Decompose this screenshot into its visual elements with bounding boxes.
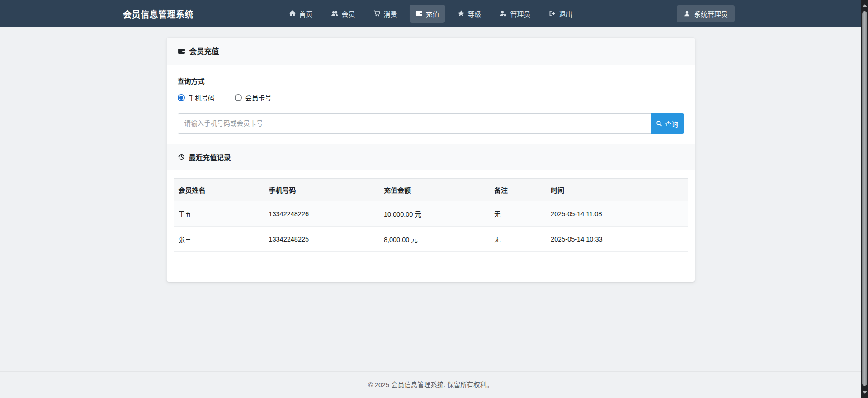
cell-phone: 13342248226 — [264, 201, 379, 227]
records-table: 会员姓名 手机号码 充值金额 备注 时间 王五 13342248226 10,0… — [174, 178, 688, 252]
records-table-section: 会员姓名 手机号码 充值金额 备注 时间 王五 13342248226 10,0… — [167, 170, 695, 267]
page-footer: © 2025 会员信息管理系统. 保留所有权利。 — [0, 371, 861, 398]
col-member-name: 会员姓名 — [174, 179, 264, 201]
query-method-options: 手机号码 会员卡号 — [178, 93, 684, 102]
cart-icon — [373, 10, 380, 17]
nav-item-label: 会员 — [341, 9, 355, 19]
records-header-label: 最近充值记录 — [189, 152, 231, 162]
col-remark: 备注 — [490, 179, 546, 201]
search-icon — [656, 120, 662, 127]
recharge-card: 会员充值 查询方式 手机号码 会员卡号 — [166, 37, 695, 282]
radio-phone-label: 手机号码 — [189, 93, 215, 102]
nav-item-logout[interactable]: 退出 — [543, 5, 579, 23]
cell-time: 2025-05-14 10:33 — [546, 227, 687, 252]
browser-scrollbar[interactable] — [861, 0, 868, 398]
main-content: 会员充值 查询方式 手机号码 会员卡号 — [166, 37, 695, 282]
radio-option-card[interactable]: 会员卡号 — [235, 93, 272, 102]
nav-item-label: 消费 — [383, 9, 397, 19]
cell-amount: 10,000.00 元 — [379, 201, 490, 227]
table-row: 王五 13342248226 10,000.00 元 无 2025-05-14 … — [174, 201, 688, 227]
cell-member-name: 王五 — [174, 201, 264, 227]
page-viewport: 会员信息管理系统 首页 会员 消费 — [0, 0, 861, 398]
card-title: 会员充值 — [189, 46, 219, 57]
cell-amount: 8,000.00 元 — [379, 227, 490, 252]
wallet-icon — [178, 47, 185, 55]
radio-card[interactable] — [235, 94, 242, 101]
nav-item-members[interactable]: 会员 — [325, 5, 361, 23]
col-time: 时间 — [546, 179, 687, 201]
nav-item-admins[interactable]: 管理员 — [494, 5, 537, 23]
col-amount: 充值金额 — [379, 179, 490, 201]
nav-item-label: 退出 — [559, 9, 573, 19]
card-footer — [167, 267, 695, 282]
cell-member-name: 张三 — [174, 227, 264, 252]
users-icon — [330, 10, 338, 17]
radio-option-phone[interactable]: 手机号码 — [178, 93, 215, 102]
wallet-icon — [415, 10, 422, 17]
scrollbar-thumb[interactable] — [862, 11, 867, 386]
home-icon — [288, 10, 296, 17]
search-button[interactable]: 查询 — [651, 113, 684, 134]
search-input-group: 查询 — [178, 113, 684, 134]
table-header-row: 会员姓名 手机号码 充值金额 备注 时间 — [174, 179, 688, 201]
app-title: 会员信息管理系统 — [123, 8, 193, 20]
copyright-text: © 2025 会员信息管理系统. 保留所有权利。 — [368, 381, 493, 389]
cell-remark: 无 — [490, 227, 546, 252]
table-row: 张三 13342248225 8,000.00 元 无 2025-05-14 1… — [174, 227, 688, 252]
history-icon — [178, 153, 185, 161]
cell-time: 2025-05-14 11:08 — [546, 201, 687, 227]
main-nav: 首页 会员 消费 充值 — [283, 5, 578, 23]
search-section: 查询方式 手机号码 会员卡号 — [167, 65, 695, 144]
nav-item-label: 等级 — [468, 9, 481, 19]
nav-item-home[interactable]: 首页 — [283, 5, 318, 23]
search-input[interactable] — [178, 113, 651, 134]
card-header: 会员充值 — [167, 38, 695, 65]
records-header: 最近充值记录 — [167, 144, 695, 170]
admin-user-icon — [500, 10, 507, 17]
current-user-label: 系统管理员 — [694, 9, 728, 19]
scroll-up-arrow-icon[interactable] — [863, 4, 867, 7]
current-user-button[interactable]: 系统管理员 — [677, 5, 735, 22]
radio-phone[interactable] — [178, 94, 185, 101]
nav-item-label: 充值 — [425, 9, 439, 19]
cell-remark: 无 — [490, 201, 546, 227]
nav-item-recharge[interactable]: 充值 — [409, 5, 445, 23]
nav-item-label: 管理员 — [510, 9, 531, 19]
nav-item-consumption[interactable]: 消费 — [367, 5, 403, 23]
cell-phone: 13342248225 — [264, 227, 379, 252]
user-icon — [684, 10, 690, 17]
query-method-label: 查询方式 — [178, 76, 684, 85]
top-navbar: 会员信息管理系统 首页 会员 消费 — [0, 0, 861, 27]
scroll-down-arrow-icon[interactable] — [863, 391, 867, 394]
col-phone: 手机号码 — [264, 179, 379, 201]
star-icon — [458, 10, 465, 17]
logout-icon — [549, 10, 556, 17]
radio-card-label: 会员卡号 — [245, 93, 272, 102]
nav-item-label: 首页 — [299, 9, 312, 19]
nav-item-level[interactable]: 等级 — [452, 5, 487, 23]
search-button-label: 查询 — [665, 119, 678, 128]
